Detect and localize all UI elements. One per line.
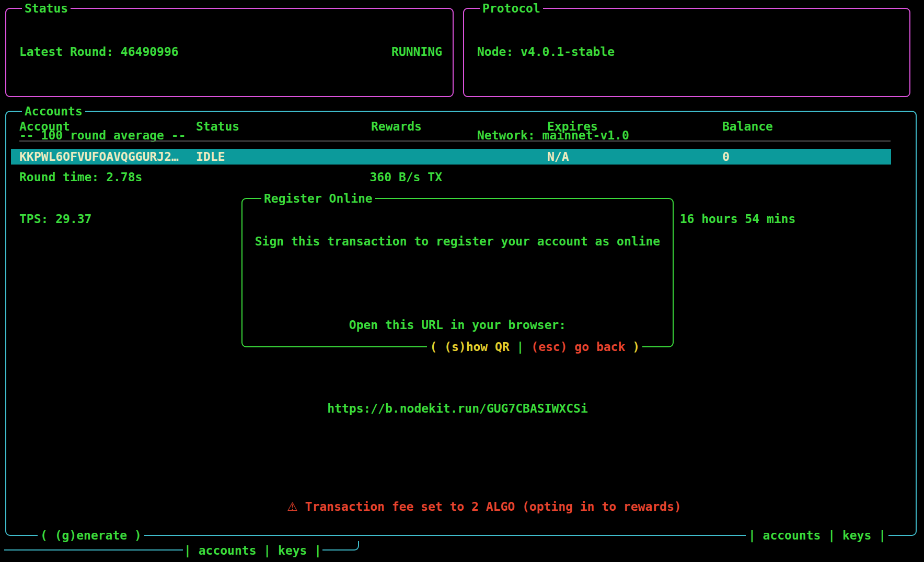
node-state-badge: RUNNING: [391, 44, 442, 59]
generate-button[interactable]: ( (g)enerate ): [38, 528, 144, 543]
column-header-status: Status: [196, 119, 239, 134]
tab-separator: |: [184, 544, 199, 557]
protocol-panel-title: Protocol: [480, 1, 543, 16]
go-back-button[interactable]: (esc) go back: [531, 340, 625, 354]
table-header-separator: [19, 140, 891, 142]
cell-account-status: IDLE: [196, 149, 225, 165]
register-online-modal: Register Online Sign this transaction to…: [241, 198, 674, 347]
cell-account-address: KKPWL6OFVUFOAVQGGURJ2…: [19, 149, 179, 165]
bottom-border-line: [4, 549, 183, 551]
tab-separator: |: [821, 529, 842, 542]
latest-round-text: Latest Round: 46490996: [19, 44, 179, 59]
spacer-row: [244, 443, 672, 458]
footer-separator: |: [510, 340, 532, 354]
registration-url-link[interactable]: https://b.nodekit.run/GUG7CBASIWXCSi: [327, 402, 588, 415]
tab-separator: |: [748, 529, 763, 542]
accounts-panel-title: Accounts: [22, 104, 85, 119]
tab-separator: |: [871, 529, 886, 542]
column-header-account: Account: [19, 119, 70, 134]
show-qr-button[interactable]: ( (s)how QR: [430, 340, 509, 354]
column-header-expires: Expires: [547, 119, 598, 134]
spacer-row: [244, 276, 672, 290]
status-panel-title: Status: [22, 1, 71, 16]
transaction-fee-warning-text: Transaction fee set to 2 ALGO (opting in…: [298, 500, 682, 513]
warning-icon: ⚠: [287, 500, 298, 513]
register-modal-title: Register Online: [261, 191, 375, 206]
tab-bar-right: | accounts | keys |: [746, 528, 888, 543]
nodekit-terminal: { "status_box": { "title": "Status", "la…: [0, 0, 924, 562]
account-table-row-selected[interactable]: KKPWL6OFVUFOAVQGGURJ2… IDLE N/A 0: [11, 149, 891, 165]
open-url-text: Open this URL in your browser:: [349, 318, 566, 332]
footer-close-paren: ): [625, 340, 640, 354]
column-header-balance: Balance: [722, 119, 773, 134]
modal-footer-actions: ( (s)how QR | (esc) go back ): [427, 339, 642, 354]
spacer-row: [244, 359, 672, 374]
protocol-panel: Protocol Node: v4.0.1-stable Network: ma…: [463, 8, 910, 97]
status-panel: Status Latest Round: 46490996 RUNNING --…: [5, 8, 454, 97]
spacer-row: [477, 86, 899, 101]
tab-keys[interactable]: keys: [842, 529, 871, 542]
cell-account-expires: N/A: [547, 149, 569, 165]
node-version-text: Node: v4.0.1-stable: [477, 44, 615, 59]
cell-account-balance: 0: [722, 149, 730, 165]
column-header-rewards: Rewards: [371, 119, 422, 134]
spacer-row: [19, 86, 442, 101]
sign-transaction-text: Sign this transaction to register your a…: [255, 235, 660, 248]
tab-accounts[interactable]: accounts: [763, 529, 821, 542]
spacer-row: [244, 526, 672, 541]
